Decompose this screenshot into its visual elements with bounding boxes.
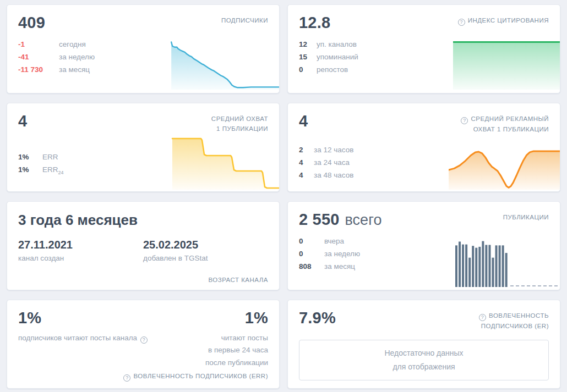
- subscribers-count: 409: [18, 14, 45, 32]
- caption-line: в первые 24 часа: [205, 344, 268, 356]
- card-title-label: ИНДЕКС ЦИТИРОВАНИЯ: [468, 17, 549, 24]
- stat-label: за 12 часов: [314, 146, 353, 154]
- stat-value: 1%: [18, 165, 42, 175]
- no-data-line: Недостаточно данных: [384, 346, 463, 361]
- stat-label: уп. каналов: [317, 40, 357, 48]
- stat-label: репостов: [317, 65, 348, 74]
- date-created: 27.11.2021 канал создан: [18, 239, 143, 262]
- stat-row: 1% ERR: [18, 153, 268, 161]
- stat-row: 0 за неделю: [299, 250, 549, 258]
- err-left-value: 1%: [18, 309, 150, 327]
- card-err: 1% подписчиков читают посты канала ? 1% …: [7, 300, 280, 389]
- stat-label: за неделю: [59, 53, 95, 61]
- card-title-line2: 1 ПУБЛИКАЦИИ: [211, 124, 268, 134]
- stat-row: -1 сегодня: [18, 40, 268, 48]
- card-title-line1: ?ВОВЛЕЧЕННОСТЬ: [479, 311, 549, 321]
- stat-label: вчера: [324, 237, 344, 245]
- err-right-value: 1%: [205, 309, 268, 327]
- card-title-average-reach: СРЕДНИЙ ОХВАТ 1 ПУБЛИКАЦИИ: [211, 114, 268, 134]
- card-title-er: ?ВОВЛЕЧЕННОСТЬ ПОДПИСЧИКОВ (ER): [479, 311, 549, 331]
- stat-label: упоминаний: [317, 53, 358, 61]
- caption-line: после публикации: [205, 357, 268, 369]
- stat-value: 4: [299, 158, 314, 167]
- stat-value: 0: [299, 237, 324, 245]
- card-publications: 2 550 всего ПУБЛИКАЦИИ 0 вчера 0 за неде…: [287, 201, 560, 290]
- stat-row: 4 за 48 часов: [299, 171, 549, 179]
- stat-row: 0 вчера: [299, 237, 549, 245]
- err-left-block: 1% подписчиков читают посты канала ?: [18, 306, 150, 369]
- publications-total: 2 550 всего: [299, 211, 381, 229]
- stat-label: за неделю: [324, 250, 360, 258]
- date-created-label: канал создан: [18, 254, 143, 262]
- stat-row: 12 уп. каналов: [299, 40, 549, 48]
- average-reach-value: 4: [18, 112, 27, 130]
- card-average-reach: 4 СРЕДНИЙ ОХВАТ 1 ПУБЛИКАЦИИ 1% ERR 1% E…: [7, 103, 280, 192]
- err-right-caption: читают посты в первые 24 часа после публ…: [205, 332, 268, 369]
- help-icon[interactable]: ?: [458, 19, 465, 26]
- date-added-label: добавлен в TGStat: [143, 254, 268, 262]
- ad-reach-stats: 2 за 12 часов 4 за 24 часа 4 за 48 часов: [299, 146, 549, 179]
- card-citation-index: 12.8 ?ИНДЕКС ЦИТИРОВАНИЯ 12 уп. каналов …: [287, 4, 560, 93]
- stat-value: 12: [299, 40, 317, 48]
- card-title-label: ПУБЛИКАЦИИ: [503, 214, 549, 220]
- card-title-average-ad-reach: ?СРЕДНИЙ РЕКЛАМНЫЙ ОХВАТ 1 ПУБЛИКАЦИИ: [461, 114, 549, 134]
- card-title-subscribers: ПОДПИСЧИКИ: [221, 15, 268, 25]
- subscribers-stats: -1 сегодня -41 за неделю -11 730 за меся…: [18, 40, 268, 74]
- stat-value: -1: [18, 40, 59, 48]
- card-average-ad-reach: 4 ?СРЕДНИЙ РЕКЛАМНЫЙ ОХВАТ 1 ПУБЛИКАЦИИ …: [287, 103, 560, 192]
- channel-age-value: 3 года 6 месяцев: [18, 212, 268, 229]
- stat-value: 4: [299, 171, 314, 179]
- card-title-line1: ?СРЕДНИЙ РЕКЛАМНЫЙ: [461, 114, 549, 124]
- publications-total-suffix: всего: [345, 212, 382, 229]
- stat-label: сегодня: [59, 40, 86, 48]
- err-left-caption: подписчиков читают посты канала ?: [18, 332, 150, 344]
- stat-label: ERR24: [42, 165, 64, 175]
- card-title-line2: ОХВАТ 1 ПУБЛИКАЦИИ: [461, 124, 549, 134]
- stat-value: 808: [299, 262, 324, 270]
- date-created-value: 27.11.2021: [18, 239, 143, 251]
- channel-age-dates: 27.11.2021 канал создан 25.02.2025 добав…: [18, 239, 268, 262]
- publications-stats: 0 вчера 0 за неделю 808 за месяц: [299, 237, 549, 270]
- stat-row: 4 за 24 часа: [299, 158, 549, 167]
- stat-value: -11 730: [18, 65, 59, 74]
- stat-value: 1%: [18, 153, 42, 161]
- er-value: 7.9%: [299, 309, 336, 327]
- reach-stats: 1% ERR 1% ERR24: [18, 153, 268, 175]
- stat-row: -11 730 за месяц: [18, 65, 268, 74]
- stat-row: 1% ERR24: [18, 165, 268, 175]
- card-title-err: ?ВОВЛЕЧЕННОСТЬ ПОДПИСЧИКОВ (ERR): [123, 373, 268, 382]
- stat-row: 2 за 12 часов: [299, 146, 549, 154]
- stat-row: 15 упоминаний: [299, 53, 549, 61]
- average-ad-reach-value: 4: [299, 112, 308, 130]
- stat-label: ERR: [42, 153, 58, 161]
- citation-index-value: 12.8: [299, 14, 330, 32]
- publications-total-value: 2 550: [299, 211, 340, 229]
- card-title-channel-age: ВОЗРАСТ КАНАЛА: [209, 277, 268, 283]
- err-right-block: 1% читают посты в первые 24 часа после п…: [205, 306, 268, 369]
- stats-dashboard: 409 ПОДПИСЧИКИ -1 сегодня -41 за неделю …: [0, 0, 567, 392]
- stat-value: 0: [299, 250, 324, 258]
- card-title-line2: ПОДПИСЧИКОВ (ER): [479, 321, 549, 331]
- help-icon[interactable]: ?: [479, 314, 486, 321]
- help-icon[interactable]: ?: [461, 117, 468, 124]
- no-data-line: для отображения: [392, 360, 455, 374]
- stat-label: за 48 часов: [314, 171, 353, 179]
- date-added-value: 25.02.2025: [143, 239, 268, 251]
- caption-line: читают посты: [205, 332, 268, 344]
- card-title-label: ПОДПИСЧИКИ: [221, 17, 268, 24]
- stat-row: -41 за неделю: [18, 53, 268, 61]
- date-added: 25.02.2025 добавлен в TGStat: [143, 239, 268, 262]
- stat-value: 0: [299, 65, 317, 74]
- card-channel-age: 3 года 6 месяцев 27.11.2021 канал создан…: [7, 201, 280, 290]
- stat-label: за месяц: [324, 262, 355, 270]
- stat-value: 15: [299, 53, 317, 61]
- no-data-placeholder: Недостаточно данных для отображения: [299, 340, 549, 380]
- card-title-line1: СРЕДНИЙ ОХВАТ: [211, 114, 268, 124]
- help-icon[interactable]: ?: [140, 336, 148, 344]
- stat-row: 0 репостов: [299, 65, 549, 74]
- stat-row: 808 за месяц: [299, 262, 549, 270]
- citation-stats: 12 уп. каналов 15 упоминаний 0 репостов: [299, 40, 549, 74]
- stat-label: за месяц: [59, 65, 90, 74]
- card-er: 7.9% ?ВОВЛЕЧЕННОСТЬ ПОДПИСЧИКОВ (ER) Нед…: [287, 300, 560, 389]
- help-icon[interactable]: ?: [123, 374, 130, 382]
